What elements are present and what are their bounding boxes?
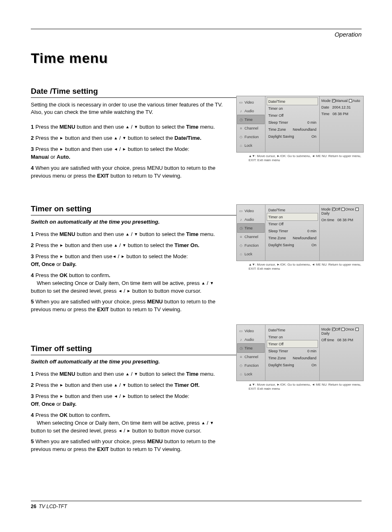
function-icon: ◇ [239, 134, 243, 139]
step: 4When you are satisfied with your choice… [31, 164, 232, 180]
page-title: Time menu [31, 50, 362, 66]
step: 2Press the ► button and then use ▲ / ▼ b… [31, 382, 232, 389]
audio-icon: ♪ [239, 109, 243, 113]
desc-datetime: Setting the clock is necessary in order … [31, 101, 232, 116]
step: 5When you are satisfied with your choice… [31, 438, 232, 453]
right-icon: ► [60, 135, 64, 141]
step: 3Press the ► button and then use ◄ / ► b… [31, 146, 232, 161]
osd-hint: ▲▼: Move cursor, ►/OK: Go to submenu, ◄ … [236, 154, 364, 162]
step: 2Press the ► button and then use ▲ / ▼ b… [31, 242, 232, 250]
down-icon: ▼ [134, 124, 138, 130]
osd-datetime: ▭Video ♪Audio ◷Time ≡Channel ◇Function ⌂… [236, 96, 364, 153]
heading-datetime: Date /Time setting [31, 87, 362, 96]
up-icon: ▲ [125, 124, 129, 130]
osd-timeron: ▭Video ♪Audio ◷Time ≡Channel ◇Function ⌂… [236, 204, 364, 261]
checkbox-icon [332, 99, 335, 102]
step: 5When you are satisfied with your choice… [31, 298, 232, 314]
step: 3Press the ► button and then use◄ / ► bu… [31, 253, 232, 268]
osd-timeroff: ▭Video ♪Audio ◷Time ≡Channel ◇Function ⌂… [236, 324, 364, 381]
time-icon: ◷ [239, 117, 243, 122]
step: 2Press the ► button and then use ▲ / ▼ b… [31, 134, 232, 142]
step: 1Press the MENU button and then use ▲ / … [31, 231, 232, 238]
channel-icon: ≡ [239, 126, 243, 130]
step: 4Press the OK button to confirm. When se… [31, 412, 232, 435]
step: 1Press the MENU button and then use ▲ / … [31, 370, 232, 378]
step: 1Press the MENU button and then use ▲ / … [31, 123, 232, 131]
footer: 26TV LCD-TFT [31, 504, 362, 509]
left-icon: ◄ [114, 146, 118, 153]
step: 4Press the OK button to confirm. When se… [31, 272, 232, 295]
header-section: Operation [31, 31, 362, 38]
checkbox-icon [349, 99, 352, 102]
step: 3Press the ► button and then use ◄ / ► b… [31, 393, 232, 408]
video-icon: ▭ [239, 100, 243, 104]
lock-icon: ⌂ [239, 143, 243, 148]
